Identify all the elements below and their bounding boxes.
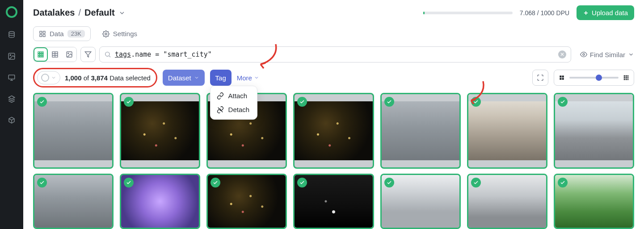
svg-point-8 bbox=[105, 33, 107, 35]
link-icon bbox=[217, 92, 224, 100]
svg-rect-30 bbox=[624, 77, 625, 79]
svg-rect-16 bbox=[40, 56, 42, 57]
left-sidebar bbox=[0, 0, 23, 229]
image-grid-row bbox=[23, 174, 644, 229]
more-button[interactable]: More bbox=[237, 74, 259, 82]
breadcrumb-current[interactable]: Default bbox=[84, 8, 115, 18]
fullscreen-button[interactable] bbox=[532, 70, 548, 86]
svg-rect-27 bbox=[624, 75, 625, 77]
svg-rect-15 bbox=[38, 56, 39, 57]
image-card[interactable] bbox=[380, 93, 461, 169]
more-label: More bbox=[237, 74, 252, 82]
svg-rect-10 bbox=[40, 52, 42, 53]
find-similar-label: Find Similar bbox=[590, 51, 625, 58]
image-card[interactable] bbox=[467, 93, 547, 169]
clear-search-button[interactable]: ✕ bbox=[558, 50, 566, 58]
image-card[interactable] bbox=[554, 93, 634, 169]
image-card[interactable] bbox=[467, 174, 547, 229]
image-card[interactable] bbox=[120, 174, 200, 229]
dataset-label: Dataset bbox=[168, 74, 191, 82]
check-icon bbox=[37, 178, 47, 187]
svg-rect-17 bbox=[42, 56, 43, 57]
tag-button[interactable]: Tag bbox=[210, 70, 232, 86]
image-card[interactable] bbox=[380, 174, 461, 229]
svg-point-0 bbox=[9, 32, 14, 34]
image-card[interactable] bbox=[33, 93, 114, 169]
svg-rect-31 bbox=[626, 77, 627, 79]
app-logo[interactable] bbox=[6, 6, 17, 18]
zoom-slider[interactable] bbox=[554, 70, 634, 86]
image-card[interactable] bbox=[120, 93, 200, 169]
selection-circle-icon bbox=[41, 74, 49, 82]
svg-rect-13 bbox=[40, 54, 42, 55]
tab-data-badge: 23K bbox=[67, 30, 85, 37]
grid-small-icon bbox=[559, 75, 565, 81]
dataset-button[interactable]: Dataset bbox=[163, 70, 205, 86]
svg-rect-6 bbox=[40, 34, 42, 37]
svg-rect-23 bbox=[560, 75, 561, 77]
svg-rect-32 bbox=[627, 77, 628, 79]
chevron-down-icon bbox=[254, 75, 259, 80]
svg-rect-3 bbox=[8, 75, 15, 79]
svg-rect-35 bbox=[627, 79, 628, 80]
search-input[interactable]: tags.name = "smart_city" ✕ bbox=[99, 46, 571, 62]
zoom-track[interactable] bbox=[569, 77, 619, 79]
chevron-down-icon[interactable] bbox=[118, 9, 126, 17]
view-single-button[interactable] bbox=[62, 47, 76, 62]
layers-icon[interactable] bbox=[7, 95, 16, 104]
image-card[interactable] bbox=[206, 174, 287, 229]
eye-icon bbox=[580, 51, 587, 58]
gear-icon bbox=[102, 30, 109, 37]
zoom-thumb[interactable] bbox=[596, 75, 602, 81]
find-similar-button[interactable]: Find Similar bbox=[575, 51, 634, 58]
svg-rect-34 bbox=[626, 79, 627, 80]
check-icon bbox=[124, 97, 134, 107]
grid-icon bbox=[39, 30, 46, 37]
breadcrumb[interactable]: Datalakes / Default bbox=[33, 8, 126, 18]
check-icon bbox=[384, 97, 394, 107]
check-icon bbox=[471, 97, 481, 107]
tag-label: Tag bbox=[215, 74, 226, 82]
tab-settings-label: Settings bbox=[113, 30, 137, 37]
svg-rect-14 bbox=[42, 54, 43, 55]
svg-point-2 bbox=[10, 54, 11, 55]
image-card[interactable] bbox=[33, 174, 114, 229]
image-card[interactable] bbox=[554, 174, 634, 229]
svg-rect-33 bbox=[624, 79, 625, 80]
svg-rect-24 bbox=[562, 75, 564, 77]
svg-rect-4 bbox=[40, 31, 42, 33]
view-table-button[interactable] bbox=[48, 47, 62, 62]
breadcrumb-separator: / bbox=[78, 8, 81, 18]
cube-icon[interactable] bbox=[7, 116, 16, 125]
tab-settings[interactable]: Settings bbox=[97, 27, 143, 41]
svg-point-22 bbox=[583, 54, 585, 55]
tag-attach-item[interactable]: Attach bbox=[210, 89, 257, 103]
check-icon bbox=[210, 178, 220, 187]
tag-detach-item[interactable]: Detach bbox=[210, 103, 257, 117]
svg-rect-5 bbox=[43, 31, 45, 33]
svg-point-21 bbox=[105, 52, 109, 56]
image-icon[interactable] bbox=[7, 52, 16, 61]
svg-rect-28 bbox=[626, 75, 627, 77]
view-grid-button[interactable] bbox=[34, 47, 48, 62]
presentation-icon[interactable] bbox=[7, 73, 16, 82]
check-icon bbox=[384, 178, 394, 187]
filter-button[interactable] bbox=[80, 47, 96, 62]
selection-toggle[interactable] bbox=[37, 71, 60, 84]
selection-text: 1,000 of 3,874 Data selected bbox=[65, 74, 151, 82]
database-icon[interactable] bbox=[7, 30, 16, 39]
selection-pill: 1,000 of 3,874 Data selected bbox=[33, 68, 157, 87]
unlink-icon bbox=[217, 106, 224, 113]
breadcrumb-root[interactable]: Datalakes bbox=[33, 8, 75, 18]
chevron-down-icon bbox=[194, 75, 199, 80]
image-card[interactable] bbox=[293, 174, 374, 229]
image-card[interactable] bbox=[293, 93, 374, 169]
search-query: tags.name = "smart_city" bbox=[115, 50, 555, 58]
tab-data[interactable]: Data 23K bbox=[33, 26, 91, 41]
check-icon bbox=[558, 178, 568, 187]
check-icon bbox=[471, 178, 481, 187]
svg-rect-25 bbox=[560, 78, 561, 80]
svg-rect-11 bbox=[42, 52, 43, 53]
upload-data-button[interactable]: Upload data bbox=[577, 5, 634, 20]
check-icon bbox=[558, 97, 568, 107]
